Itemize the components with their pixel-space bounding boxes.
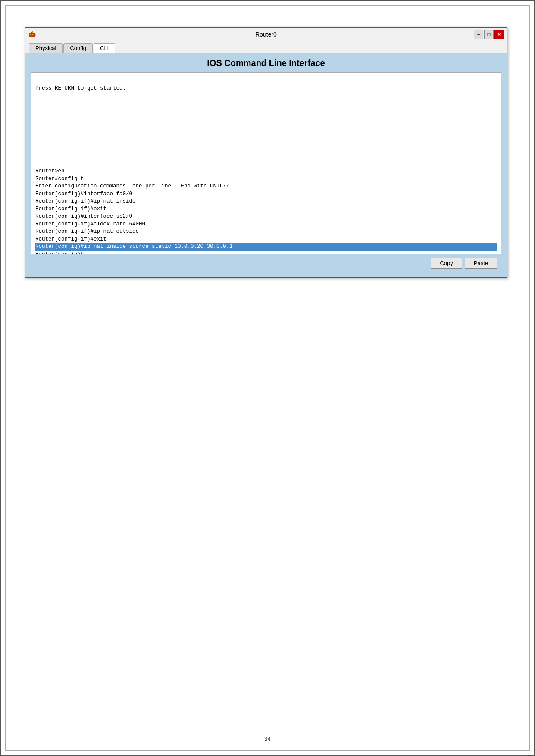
- highlighted-command-line: Router(config)#ip nat inside source stat…: [35, 243, 497, 251]
- title-bar-left: [28, 30, 37, 39]
- section-title: IOS Command Line Interface: [31, 58, 501, 68]
- terminal-display[interactable]: Press RETURN to get started. Router>en R…: [31, 73, 501, 254]
- terminal-text-top: Press RETURN to get started. Router>en R…: [35, 77, 497, 254]
- title-bar-controls: − □ ×: [474, 30, 504, 39]
- tab-config[interactable]: Config: [63, 43, 93, 53]
- page-number: 34: [264, 735, 271, 742]
- tab-physical[interactable]: Physical: [29, 43, 63, 53]
- router-icon: [28, 30, 37, 39]
- cli-content-area: IOS Command Line Interface Press RETURN …: [25, 53, 507, 277]
- button-bar: Copy Paste: [31, 254, 501, 272]
- svg-rect-2: [32, 34, 33, 35]
- paste-button[interactable]: Paste: [465, 258, 497, 269]
- maximize-button[interactable]: □: [484, 30, 494, 39]
- window-title: Router0: [255, 31, 277, 38]
- title-bar: Router0 − □ ×: [25, 28, 507, 41]
- tab-cli[interactable]: CLI: [94, 43, 115, 53]
- close-button[interactable]: ×: [494, 30, 504, 39]
- copy-button[interactable]: Copy: [431, 258, 462, 269]
- router-window: Router0 − □ × Physical Config CLI IOS Co…: [25, 27, 507, 278]
- tab-bar: Physical Config CLI: [25, 41, 507, 53]
- terminal-wrapper: Press RETURN to get started. Router>en R…: [31, 72, 501, 254]
- svg-rect-1: [30, 34, 31, 35]
- minimize-button[interactable]: −: [474, 30, 483, 39]
